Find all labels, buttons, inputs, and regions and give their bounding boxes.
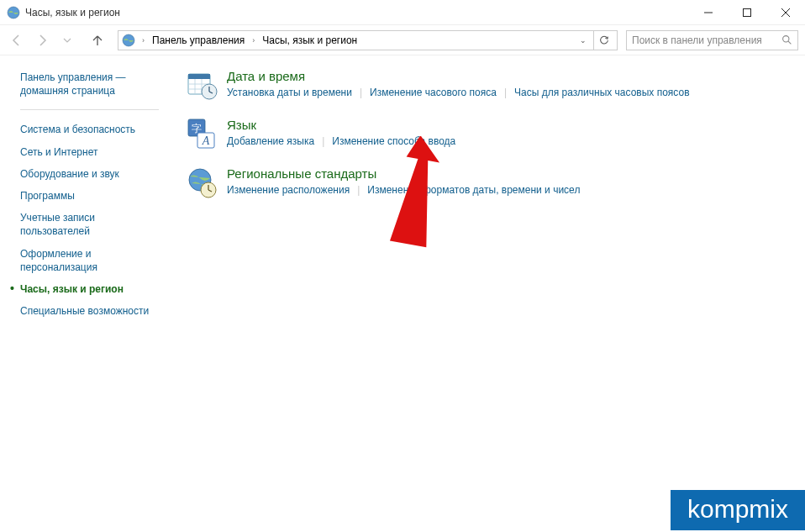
svg-line-7 (788, 41, 791, 44)
divider: | (497, 87, 514, 98)
sidebar-home-link[interactable]: Панель управления — домашняя страница (20, 71, 168, 97)
divider: | (352, 87, 370, 98)
svg-point-6 (783, 36, 789, 42)
breadcrumb-current[interactable]: Часы, язык и регион (260, 34, 360, 47)
sidebar-item-network-internet[interactable]: Сеть и Интернет (20, 141, 163, 163)
sidebar: Панель управления — домашняя страница Си… (0, 55, 176, 532)
breadcrumb-root[interactable]: Панель управления (150, 34, 247, 47)
minimize-button[interactable] (689, 0, 728, 25)
sidebar-item-hardware-sound[interactable]: Оборудование и звук (20, 163, 163, 185)
maximize-button[interactable] (728, 0, 766, 25)
address-bar[interactable]: › Панель управления › Часы, язык и регио… (118, 30, 618, 50)
sidebar-item-system-security[interactable]: Система и безопасность (20, 119, 163, 140)
divider: | (314, 135, 332, 147)
link-add-language[interactable]: Добавление языка (227, 134, 314, 148)
category-title[interactable]: Дата и время (227, 69, 788, 83)
body: Панель управления — домашняя страница Си… (0, 55, 805, 532)
navigation-bar: › Панель управления › Часы, язык и регио… (0, 25, 805, 55)
sidebar-item-programs[interactable]: Программы (20, 185, 163, 207)
category-date-time: Дата и время Установка даты и времени | … (185, 69, 788, 103)
divider: | (350, 184, 367, 196)
sidebar-item-user-accounts[interactable]: Учетные записи пользователей (20, 207, 163, 242)
sidebar-item-appearance[interactable]: Оформление и персонализация (20, 243, 163, 278)
back-button[interactable] (7, 30, 27, 50)
sidebar-item-clock-language-region[interactable]: Часы, язык и регион (20, 278, 163, 300)
titlebar: Часы, язык и регион (0, 0, 805, 25)
control-panel-icon (122, 34, 135, 47)
sidebar-item-accessibility[interactable]: Специальные возможности (20, 300, 163, 322)
chevron-right-icon[interactable]: › (250, 36, 256, 45)
globe-clock-icon (185, 166, 218, 200)
search-input[interactable]: Поиск в панели управления (626, 30, 798, 50)
search-placeholder: Поиск в панели управления (632, 34, 781, 46)
up-button[interactable] (87, 30, 108, 50)
content-area: Дата и время Установка даты и времени | … (176, 55, 805, 532)
window-title: Часы, язык и регион (25, 7, 689, 18)
watermark: kompmix (671, 490, 805, 530)
close-button[interactable] (766, 0, 805, 25)
svg-rect-9 (188, 74, 210, 79)
link-change-timezone[interactable]: Изменение часового пояса (370, 86, 497, 99)
category-region: Региональные стандарты Изменение располо… (185, 166, 788, 200)
category-language: 字 A Язык Добавление языка | Изменение сп… (185, 118, 788, 151)
search-icon (781, 34, 792, 45)
recent-dropdown[interactable] (57, 30, 77, 50)
address-dropdown[interactable]: ⌄ (576, 36, 590, 45)
link-change-location[interactable]: Изменение расположения (227, 183, 350, 197)
category-title[interactable]: Региональные стандарты (227, 166, 788, 181)
divider (20, 109, 159, 110)
language-icon: 字 A (185, 118, 218, 151)
category-title[interactable]: Язык (227, 118, 788, 132)
svg-rect-2 (744, 8, 751, 16)
svg-text:A: A (202, 134, 210, 147)
link-set-date-time[interactable]: Установка даты и времени (227, 86, 352, 99)
clock-calendar-icon (185, 69, 218, 103)
link-change-formats[interactable]: Изменение форматов даты, времени и чисел (367, 183, 580, 197)
window-controls (689, 0, 805, 25)
chevron-right-icon[interactable]: › (140, 36, 146, 45)
refresh-button[interactable] (593, 31, 613, 50)
link-additional-clocks[interactable]: Часы для различных часовых поясов (514, 86, 690, 99)
control-panel-icon (7, 6, 20, 19)
link-change-input-method[interactable]: Изменение способа ввода (332, 134, 455, 148)
forward-button[interactable] (32, 30, 52, 50)
